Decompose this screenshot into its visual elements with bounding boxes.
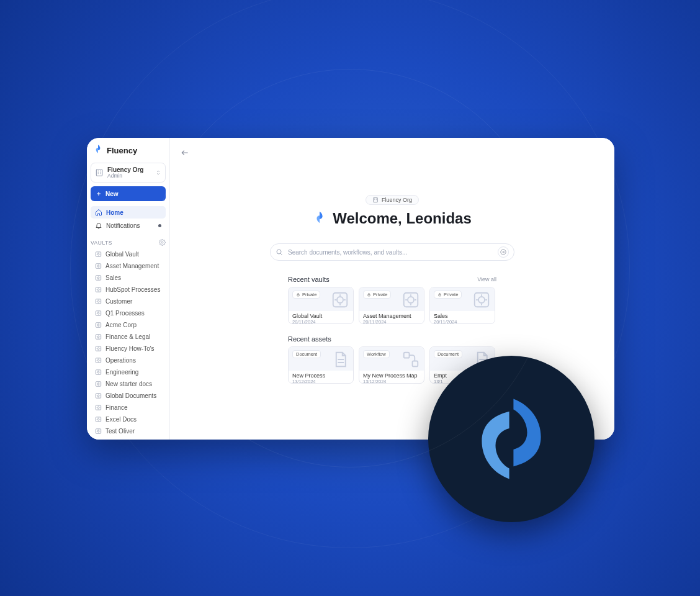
- brand-logo-badge: [428, 356, 595, 522]
- vault-item[interactable]: Engineering: [91, 366, 166, 378]
- new-button[interactable]: New: [91, 186, 166, 201]
- vault-item-label: Finance: [105, 404, 128, 411]
- brand-logo-icon: [313, 210, 326, 227]
- svg-point-35: [277, 250, 281, 254]
- svg-point-42: [408, 297, 414, 303]
- vault-item-label: Sales: [105, 274, 121, 281]
- vault-item[interactable]: Fluency How-To's: [91, 343, 166, 354]
- vault-card[interactable]: PrivateGlobal Vault20/11/2024: [288, 287, 354, 324]
- svg-point-29: [97, 407, 99, 409]
- card-badge: Private: [292, 291, 320, 299]
- vault-card[interactable]: PrivateAsset Management20/11/2024: [359, 287, 424, 324]
- new-button-label: New: [105, 191, 119, 197]
- svg-point-7: [97, 277, 99, 279]
- vault-icon: [95, 274, 102, 281]
- vault-card[interactable]: PrivateSales20/11/2024: [429, 287, 495, 324]
- svg-point-33: [97, 430, 99, 432]
- nav-notifications[interactable]: Notifications: [91, 219, 166, 232]
- svg-rect-47: [413, 361, 418, 367]
- asset-card[interactable]: DocumentNew Process13/12/2024: [288, 346, 354, 384]
- svg-point-1: [161, 242, 163, 243]
- card-title: New Process: [292, 372, 349, 379]
- svg-rect-46: [404, 353, 410, 358]
- vault-icon: [95, 310, 102, 317]
- sidebar: Fluency Fluency Org Admin New Home Notif…: [87, 138, 170, 440]
- svg-point-31: [97, 418, 99, 420]
- vault-icon: [95, 286, 102, 293]
- primary-nav: Home Notifications: [91, 206, 166, 232]
- vault-item[interactable]: HubSpot Processes: [91, 284, 166, 296]
- search-placeholder: Search documents, workflows, and vaults.…: [288, 249, 493, 256]
- svg-point-19: [97, 348, 99, 350]
- svg-rect-0: [96, 169, 102, 176]
- vault-item-label: Q1 Processes: [105, 310, 145, 317]
- card-badge: Workflow: [363, 350, 390, 358]
- vault-item[interactable]: Asset Management: [91, 260, 166, 272]
- vault-item-label: Finance & Legal: [105, 333, 150, 340]
- vault-item[interactable]: Finance: [91, 402, 166, 413]
- vault-icon: [95, 322, 102, 328]
- vault-icon: [95, 251, 102, 258]
- building-icon: [372, 197, 379, 203]
- org-switcher[interactable]: Fluency Org Admin: [91, 163, 166, 183]
- vault-item-label: Global Vault: [105, 251, 139, 258]
- vault-item-label: Excel Docs: [105, 416, 137, 423]
- vault-item[interactable]: Acme Corp: [91, 319, 166, 331]
- arrow-right-icon: [500, 249, 506, 255]
- vault-item[interactable]: Finance & Legal: [91, 331, 166, 343]
- vault-icon: [95, 357, 102, 364]
- vaults-heading: VAULTS: [91, 239, 166, 246]
- nav-home[interactable]: Home: [91, 206, 166, 219]
- recent-vaults-title: Recent vaults: [288, 276, 330, 283]
- vault-item-label: Customer: [105, 298, 132, 305]
- vault-item[interactable]: New starter docs: [91, 378, 166, 390]
- search-submit-button[interactable]: [498, 246, 509, 258]
- card-date: 20/11/2024: [363, 319, 420, 324]
- bell-icon: [95, 222, 102, 229]
- vault-item[interactable]: Excel Docs: [91, 413, 166, 425]
- search-icon: [276, 248, 283, 256]
- home-icon: [95, 209, 102, 216]
- svg-rect-43: [439, 294, 441, 296]
- vault-item[interactable]: Global Vault: [91, 248, 166, 260]
- svg-point-23: [97, 371, 99, 373]
- vault-item[interactable]: Sales: [91, 272, 166, 284]
- svg-point-5: [97, 265, 99, 267]
- vault-item[interactable]: Test Oliver: [91, 425, 166, 437]
- org-role: Admin: [107, 173, 151, 179]
- lock-icon: [296, 292, 300, 297]
- svg-point-9: [97, 289, 99, 291]
- vault-item-label: New starter docs: [105, 381, 152, 387]
- vault-item-label: Operations: [105, 357, 136, 364]
- lock-icon: [367, 292, 371, 297]
- card-title: Asset Management: [363, 313, 420, 319]
- svg-rect-37: [297, 294, 300, 296]
- vault-icon: [95, 263, 102, 269]
- vault-item[interactable]: Customer: [91, 296, 166, 307]
- vault-item[interactable]: Q1 Processes: [91, 307, 166, 319]
- document-icon: [331, 350, 349, 369]
- welcome-heading: Welcome, Leonidas: [333, 210, 472, 227]
- vault-item[interactable]: Operations: [91, 354, 166, 366]
- card-title: Sales: [434, 313, 491, 319]
- vault-item[interactable]: Global Documents: [91, 390, 166, 402]
- card-date: 13/12/2024: [363, 379, 420, 384]
- card-badge: Private: [363, 291, 391, 299]
- safe-icon: [331, 291, 349, 309]
- safe-icon: [472, 291, 491, 309]
- workflow-icon: [402, 350, 420, 369]
- search-input[interactable]: Search documents, workflows, and vaults.…: [270, 243, 514, 261]
- asset-card[interactable]: WorkflowMy New Process Map13/12/2024: [359, 346, 424, 384]
- vault-icon: [95, 345, 102, 352]
- vault-item-label: Fluency How-To's: [105, 345, 155, 352]
- back-button[interactable]: [179, 147, 191, 159]
- org-chip[interactable]: Fluency Org: [366, 195, 419, 205]
- view-all-vaults[interactable]: View all: [477, 276, 496, 282]
- vault-icon: [95, 392, 102, 399]
- vault-icon: [95, 298, 102, 305]
- svg-rect-34: [374, 197, 378, 202]
- svg-point-21: [97, 359, 99, 361]
- svg-point-45: [478, 297, 485, 303]
- gear-icon[interactable]: [159, 239, 166, 246]
- svg-point-27: [97, 395, 99, 397]
